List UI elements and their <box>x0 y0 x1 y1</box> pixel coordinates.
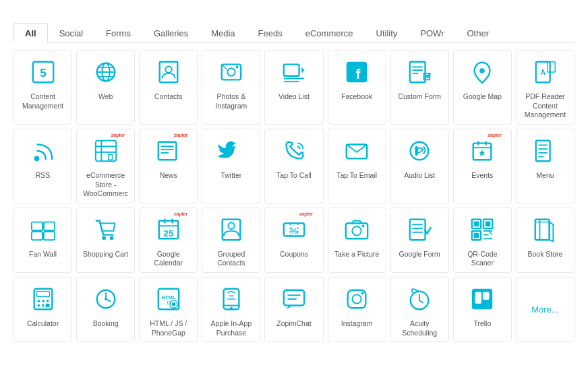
feature-label-video-list: Video List <box>278 92 310 102</box>
feature-label-news: News <box>160 171 177 181</box>
feature-item-photos-instagram[interactable]: Photos & Instagram <box>202 50 260 125</box>
svg-point-112 <box>352 294 361 303</box>
svg-marker-44 <box>479 150 485 156</box>
feature-item-grouped-contacts[interactable]: Grouped Contacts <box>202 207 260 273</box>
feature-item-google-form[interactable]: Google Form <box>390 207 449 273</box>
feature-label-rss: RSS <box>36 171 51 181</box>
zapier-badge: zapier <box>174 132 187 138</box>
more-button[interactable]: More... <box>516 277 575 342</box>
content-management-icon: 5 <box>27 56 59 88</box>
feature-item-qr-code-scaner[interactable]: QR-Code Scaner <box>453 207 512 273</box>
tab-ecommerce[interactable]: eCommerce <box>294 23 365 43</box>
feature-item-twitter[interactable]: Twitter <box>202 129 260 203</box>
svg-rect-53 <box>43 232 54 240</box>
feature-label-tap-to-email: Tap To Email <box>336 171 377 181</box>
svg-text:25: 25 <box>163 228 173 238</box>
feature-item-events[interactable]: zapierEvents <box>453 129 512 203</box>
feature-label-html-js-phonegap: HTML / JS / PhoneGap <box>142 319 194 337</box>
feature-item-tap-to-call[interactable]: Tap To Call <box>264 129 323 203</box>
feature-item-instagram[interactable]: Instagram <box>328 277 386 342</box>
google-calendar-icon: 25zapier <box>152 214 185 246</box>
feature-label-google-calendar: Google Calendar <box>142 250 194 268</box>
feature-label-take-a-picture: Take a Picture <box>334 250 380 259</box>
svg-text:HTML: HTML <box>161 294 175 300</box>
feature-item-custom-form[interactable]: Custom Form <box>390 50 449 125</box>
feature-label-coupons: Coupons <box>280 250 308 259</box>
feature-item-coupons[interactable]: %zapierCoupons <box>264 207 323 273</box>
zapier-badge: zapier <box>111 132 125 138</box>
svg-rect-51 <box>43 222 54 230</box>
feature-item-zopimchat[interactable]: ZopimChat <box>264 277 323 342</box>
feature-item-trello[interactable]: Trello <box>453 277 512 342</box>
tab-galleries[interactable]: Galleries <box>142 23 200 43</box>
feature-item-shopping-cart[interactable]: Shopping Cart <box>76 207 135 273</box>
svg-rect-84 <box>535 220 550 240</box>
tab-feeds[interactable]: Feeds <box>247 23 294 43</box>
tab-forms[interactable]: Forms <box>94 23 142 43</box>
apple-in-app-icon <box>215 283 247 315</box>
feature-item-calculator[interactable]: Calculator <box>13 277 72 342</box>
qr-code-scaner-icon <box>466 214 498 246</box>
audio-list-icon <box>403 135 436 167</box>
feature-item-ecommerce-store[interactable]: zapiereCommerce Store - WooCommerc <box>76 129 135 203</box>
feature-item-pdf-reader[interactable]: APDF Reader Content Management <box>516 50 575 125</box>
feature-item-html-js-phonegap[interactable]: HTMLJSHTML / JS / PhoneGap <box>139 277 198 342</box>
feature-item-apple-in-app[interactable]: Apple In-App Purchase <box>202 277 260 342</box>
news-icon: zapier <box>152 135 185 167</box>
feature-label-menu: Menu <box>536 171 554 181</box>
feature-item-acuity-scheduling[interactable]: Acuity Scheduling <box>390 277 449 342</box>
calculator-icon <box>27 283 59 315</box>
feature-label-contacts: Contacts <box>154 92 182 102</box>
tab-all[interactable]: All <box>13 23 48 43</box>
features-grid: 5Content ManagementWebContactsPhotos & I… <box>13 50 575 342</box>
feature-item-google-map[interactable]: Google Map <box>453 50 512 125</box>
feature-item-google-calendar[interactable]: 25zapierGoogle Calendar <box>139 207 198 273</box>
feature-item-menu[interactable]: Menu <box>516 129 575 203</box>
svg-rect-107 <box>284 290 304 306</box>
feature-label-pdf-reader: PDF Reader Content Management <box>519 92 571 120</box>
feature-label-apple-in-app: Apple In-App Purchase <box>205 319 257 337</box>
book-store-icon <box>529 214 561 246</box>
feature-item-news[interactable]: zapierNews <box>139 129 198 203</box>
svg-point-106 <box>230 307 233 310</box>
events-icon: zapier <box>466 135 498 167</box>
svg-point-92 <box>37 304 40 307</box>
feature-label-qr-code-scaner: QR-Code Scaner <box>457 250 508 268</box>
feature-item-rss[interactable]: RSS <box>13 129 72 203</box>
feature-item-tap-to-email[interactable]: Tap To Email <box>328 129 386 203</box>
feature-label-fan-wall: Fan Wall <box>29 250 57 259</box>
trello-icon <box>466 283 498 315</box>
svg-point-55 <box>109 236 113 240</box>
feature-label-audio-list: Audio List <box>404 171 435 181</box>
tab-other[interactable]: Other <box>455 23 500 43</box>
svg-point-54 <box>102 236 106 240</box>
zapier-badge: zapier <box>299 211 313 217</box>
booking-icon <box>90 283 122 315</box>
feature-item-book-store[interactable]: Book Store <box>516 207 575 273</box>
feature-item-video-list[interactable]: Video List <box>264 50 323 125</box>
feature-item-audio-list[interactable]: Audio List <box>390 129 449 203</box>
ecommerce-store-icon: zapier <box>90 135 122 167</box>
feature-label-trello: Trello <box>473 319 491 329</box>
feature-item-take-a-picture[interactable]: Take a Picture <box>328 207 386 273</box>
feature-label-custom-form: Custom Form <box>398 92 441 102</box>
svg-rect-79 <box>474 233 479 238</box>
svg-rect-77 <box>486 221 491 226</box>
tabs-bar: AllSocialFormsGalleriesMediaFeedseCommer… <box>13 23 575 43</box>
feature-item-fan-wall[interactable]: Fan Wall <box>13 207 72 273</box>
svg-rect-70 <box>410 220 425 240</box>
feature-item-contacts[interactable]: Contacts <box>139 50 198 125</box>
feature-item-facebook[interactable]: fFacebook <box>328 50 386 125</box>
tab-social[interactable]: Social <box>48 23 94 43</box>
menu-icon <box>529 135 561 167</box>
feature-label-tap-to-call: Tap To Call <box>276 171 312 181</box>
custom-form-icon <box>403 56 436 88</box>
twitter-icon <box>215 135 247 167</box>
tab-utility[interactable]: Utility <box>365 23 409 43</box>
tab-media[interactable]: Media <box>200 23 246 43</box>
feature-item-web[interactable]: Web <box>76 50 135 125</box>
feature-item-content-management[interactable]: 5Content Management <box>13 50 72 125</box>
feature-item-booking[interactable]: Booking <box>76 277 135 342</box>
html-js-phonegap-icon: HTMLJS <box>152 283 185 315</box>
tab-powr[interactable]: POWr <box>409 23 455 43</box>
